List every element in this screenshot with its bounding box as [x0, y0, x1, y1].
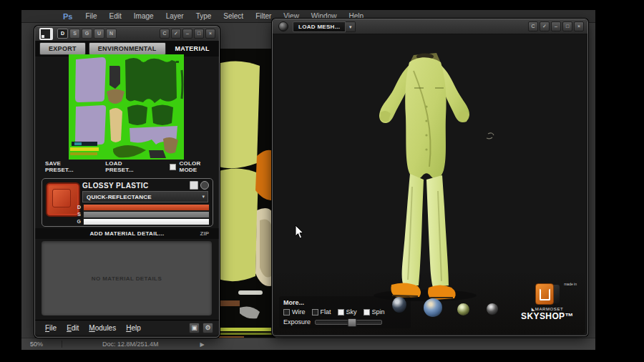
solo-icon[interactable] — [190, 181, 198, 190]
maximize-icon[interactable]: □ — [194, 29, 204, 39]
user-icon[interactable]: ▣ — [189, 323, 200, 333]
marmoset-logo-icon — [535, 283, 560, 305]
refresh-icon[interactable]: C — [160, 29, 170, 39]
minimize-icon[interactable]: – — [182, 29, 192, 39]
close-icon[interactable]: × — [205, 29, 215, 39]
load-mesh-button[interactable]: LOAD MESH... — [293, 21, 346, 32]
ddo-window-controls: C ✓ – □ × — [160, 29, 215, 39]
viewport-controls: More... Wire Flat Sky — [279, 296, 411, 328]
toggle-row: Wire Flat Sky Spin — [283, 308, 406, 315]
sky-preview-sphere-2[interactable] — [424, 298, 442, 317]
more-button[interactable]: More... — [283, 299, 406, 306]
preset-row: SAVE PRESET... LOAD PRESET... COLOR MODE — [35, 161, 219, 172]
uv-colorid-map[interactable] — [69, 54, 184, 160]
photoshop-logo: Ps — [63, 12, 72, 21]
sky-preview-sphere-1[interactable] — [392, 297, 406, 313]
tab-environmental[interactable]: ENVIRONMENTAL — [89, 42, 166, 55]
skyshop-label: SKYSHOP™ — [517, 311, 578, 321]
skyshop-viewer-panel: LOAD MESH... ▾ C ✓ – □ × — [272, 19, 588, 336]
viewer-titlebar[interactable]: LOAD MESH... ▾ C ✓ – □ × — [273, 19, 587, 34]
marmoset-label: ◣MARMOSET — [517, 306, 578, 311]
toggle-icon[interactable] — [200, 181, 209, 190]
load-mesh-dropdown-icon[interactable]: ▾ — [346, 21, 356, 32]
menu-layer[interactable]: Layer — [166, 12, 184, 20]
gloss-channel-bar[interactable] — [83, 218, 210, 225]
minimize-icon[interactable]: – — [551, 21, 561, 31]
mouse-cursor — [295, 225, 305, 240]
color-mode-checkbox[interactable] — [170, 164, 176, 170]
flat-toggle[interactable]: Flat — [312, 308, 331, 315]
specular-channel-bar[interactable] — [83, 211, 210, 218]
ddo-menu-help[interactable]: Help — [126, 324, 141, 332]
mode-button-u[interactable]: U — [94, 29, 104, 39]
pin-icon[interactable]: ✓ — [540, 21, 550, 31]
skyshop-branding: made in ◣MARMOSET SKYSHOP™ — [517, 283, 578, 321]
channel-row-gloss: G — [74, 218, 210, 225]
made-in-label: made in — [564, 282, 577, 286]
tab-material[interactable]: MATERIAL — [169, 42, 216, 55]
ddo-menu-edit[interactable]: Edit — [67, 324, 79, 332]
refresh-icon[interactable]: C — [528, 21, 538, 31]
menu-file[interactable]: File — [85, 12, 97, 20]
menu-image[interactable]: Image — [134, 12, 154, 20]
zoom-level[interactable]: 50% — [30, 341, 54, 348]
sky-label: Sky — [346, 308, 357, 315]
diffuse-channel-bar[interactable] — [83, 204, 210, 211]
menu-filter[interactable]: Filter — [255, 12, 271, 20]
flat-checkbox[interactable] — [312, 309, 318, 315]
material-details-area: NO MATERIAL DETAILS — [42, 241, 212, 315]
sky-preview-sphere-3[interactable] — [457, 303, 469, 315]
load-preset-button[interactable]: LOAD PRESET... — [105, 160, 151, 173]
maximize-icon[interactable]: □ — [562, 21, 572, 31]
menu-edit[interactable]: Edit — [109, 12, 122, 20]
texture-document-art — [213, 49, 275, 338]
material-card-icons — [190, 181, 209, 190]
statusbar-divider — [62, 341, 62, 348]
add-material-detail-button[interactable]: ADD MATERIAL DETAIL... — [90, 230, 165, 237]
wire-checkbox[interactable] — [283, 309, 290, 315]
exposure-slider[interactable] — [315, 320, 382, 325]
ddo-menubar: File Edit Modules Help ▣ ⚙ — [35, 320, 219, 335]
ddo-menu-file[interactable]: File — [45, 324, 57, 332]
spin-checkbox[interactable] — [364, 309, 370, 315]
wire-toggle[interactable]: Wire — [283, 308, 306, 315]
channel-row-specular: S — [74, 211, 210, 217]
flat-label: Flat — [321, 308, 331, 315]
close-icon[interactable]: × — [574, 21, 584, 31]
pin-icon[interactable]: ✓ — [171, 29, 181, 39]
channel-d-label: D — [74, 205, 81, 210]
color-mode-label: COLOR MODE — [180, 160, 219, 173]
exposure-label: Exposure — [283, 318, 311, 326]
3d-viewport[interactable]: More... Wire Flat Sky — [273, 34, 585, 334]
mode-button-s[interactable]: S — [69, 29, 80, 39]
uv-map-art — [69, 54, 184, 160]
zip-button[interactable]: ZIP — [200, 230, 209, 237]
tab-export[interactable]: EXPORT — [39, 42, 86, 55]
save-preset-button[interactable]: SAVE PRESET... — [45, 160, 89, 173]
wire-label: Wire — [292, 308, 306, 315]
sky-toggle[interactable]: Sky — [338, 308, 357, 315]
mode-button-d[interactable]: D — [57, 29, 68, 39]
channel-g-label: G — [74, 219, 81, 224]
jumpsuit-model — [346, 44, 504, 301]
gear-icon[interactable]: ⚙ — [203, 323, 213, 333]
ddo-titlebar[interactable]: D S G U N C ✓ – □ × — [35, 26, 219, 41]
sky-preview-sphere-4[interactable] — [487, 303, 498, 315]
mode-button-g[interactable]: G — [82, 29, 92, 39]
status-expand-icon[interactable]: ▶ — [200, 341, 205, 348]
spin-toggle[interactable]: Spin — [364, 308, 385, 315]
viewer-window-controls: C ✓ – □ × — [528, 21, 584, 31]
doc-size: Doc: 12.8M/251.4M — [102, 341, 159, 348]
menu-type[interactable]: Type — [196, 12, 212, 20]
exposure-handle[interactable] — [347, 318, 356, 327]
skyshop-ball-icon — [278, 21, 288, 31]
letterbox: Ps File Edit Image Layer Type Select Fil… — [0, 0, 644, 362]
status-bar: 50% Doc: 12.8M/251.4M ▶ — [21, 338, 595, 350]
reflectance-dropdown[interactable]: QUICK-REFLECTANCE ▾ — [82, 191, 208, 202]
mode-button-n[interactable]: N — [106, 29, 117, 39]
channel-row-diffuse: D — [74, 204, 210, 210]
ddo-menu-modules[interactable]: Modules — [89, 324, 116, 332]
menu-select[interactable]: Select — [223, 12, 243, 20]
add-detail-bar: ADD MATERIAL DETAIL... ZIP — [35, 228, 219, 239]
sky-checkbox[interactable] — [338, 309, 344, 315]
